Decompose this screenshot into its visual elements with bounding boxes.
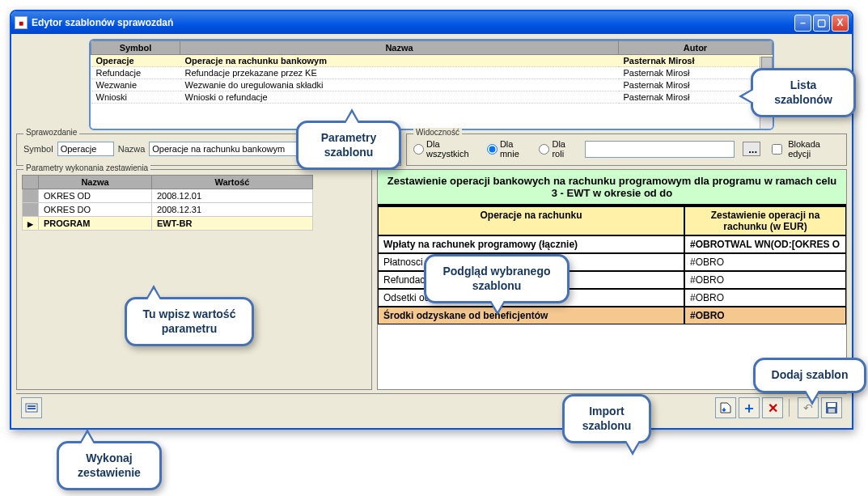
execute-report-button[interactable] <box>21 397 42 418</box>
param-name: OKRES OD <box>39 189 152 203</box>
preview-row-value: #OBRO <box>684 289 846 307</box>
preview-row-value: #OBRO <box>684 253 846 271</box>
col-param-nazwa[interactable]: Nazwa <box>39 176 152 189</box>
row-marker <box>23 189 39 203</box>
svg-rect-2 <box>28 408 36 409</box>
table-row[interactable]: OperacjeOperacje na rachunku bankowymPas… <box>91 55 773 67</box>
callout-podglad: Podgląd wybranego szablonu <box>424 254 569 303</box>
preview-head-left: Operacje na rachunku <box>378 206 684 235</box>
param-name: PROGRAM <box>39 217 152 231</box>
symbol-input[interactable] <box>57 142 114 156</box>
widocznosc-group: Widoczność Dla wszystkich Dla mnie Dla r… <box>406 134 847 166</box>
preview-row-value: #OBRO <box>684 271 846 289</box>
nazwa-label: Nazwa <box>118 144 146 154</box>
preview-row-label: Środki odzyskane od beneficjentów <box>378 307 684 324</box>
callout-wpisz: Tu wpisz wartość parametru <box>125 297 254 346</box>
callout-wykonaj: Wykonaj zestawienie <box>57 441 162 490</box>
callout-import: Import szablonu <box>562 394 651 443</box>
params-group: Parametry wykonania zestawienia Nazwa Wa… <box>16 169 372 390</box>
col-nazwa[interactable]: Nazwa <box>180 41 619 55</box>
window-title: Edytor szablonów sprawozdań <box>32 17 793 28</box>
callout-parametry: Parametry szablonu <box>296 121 401 170</box>
delete-template-button[interactable]: ✕ <box>762 397 783 418</box>
cell-autor: Pasternak Mirosł <box>619 67 773 79</box>
param-name: OKRES DO <box>39 203 152 217</box>
col-symbol[interactable]: Symbol <box>91 41 180 55</box>
app-icon: ■ <box>15 16 28 29</box>
cell-nazwa: Wnioski o refundacje <box>180 91 619 104</box>
table-row[interactable]: RefundacjeRefundacje przekazane przez KE… <box>91 67 773 79</box>
radio-role[interactable]: Dla roli <box>539 139 576 159</box>
params-table[interactable]: Nazwa Wartość OKRES OD2008.12.01OKRES DO… <box>22 175 313 231</box>
param-value[interactable]: 2008.12.31 <box>152 203 313 217</box>
symbol-label: Symbol <box>23 144 53 154</box>
preview-head-right: Zestawienie operacji na rachunku (w EUR) <box>684 206 846 235</box>
preview-row-label: Wpłaty na rachunek programowy (łącznie) <box>378 235 684 253</box>
add-template-button[interactable]: ＋ <box>739 397 760 418</box>
lock-edit-checkbox[interactable]: Blokada edycji <box>768 139 840 159</box>
col-autor[interactable]: Autor <box>619 41 773 55</box>
role-input[interactable] <box>585 141 735 158</box>
bottom-toolbar: ＋ ✕ ↶ <box>16 393 847 423</box>
callout-lista: Lista szablonów <box>751 68 856 117</box>
svg-rect-5 <box>828 409 835 413</box>
radio-all[interactable]: Dla wszystkich <box>413 139 479 159</box>
col-param-wartosc[interactable]: Wartość <box>152 176 313 189</box>
callout-dodaj: Dodaj szablon <box>753 358 866 393</box>
table-row[interactable]: PROGRAMEWT-BR <box>23 217 313 231</box>
cell-symbol: Operacje <box>91 55 180 67</box>
preview-title: Zestawienie operacji bankowych na rachun… <box>378 170 846 205</box>
svg-rect-1 <box>28 405 36 407</box>
cell-nazwa: Operacje na rachunku bankowym <box>180 55 619 67</box>
table-row[interactable]: OKRES DO2008.12.31 <box>23 203 313 217</box>
cell-nazwa: Wezwanie do uregulowania składki <box>180 79 619 91</box>
templates-list[interactable]: Symbol Nazwa Autor OperacjeOperacje na r… <box>89 39 774 130</box>
params-legend: Parametry wykonania zestawienia <box>23 163 150 172</box>
cell-symbol: Wnioski <box>91 91 180 104</box>
role-picker-button[interactable]: ... <box>743 142 760 156</box>
preview-row-value: #OBROTWAL WN(OD:[OKRES O <box>684 235 846 253</box>
cell-nazwa: Refundacje przekazane przez KE <box>180 67 619 79</box>
cell-symbol: Wezwanie <box>91 79 180 91</box>
table-row[interactable]: WnioskiWnioski o refundacjePasternak Mir… <box>91 91 773 104</box>
minimize-button[interactable]: – <box>794 15 811 32</box>
save-button[interactable] <box>821 397 842 418</box>
sprawozdanie-legend: Sprawozdanie <box>23 128 79 137</box>
window: ■ Edytor szablonów sprawozdań – ▢ X Symb… <box>10 10 853 430</box>
titlebar: ■ Edytor szablonów sprawozdań – ▢ X <box>11 11 852 34</box>
param-value[interactable]: EWT-BR <box>152 217 313 231</box>
svg-rect-4 <box>828 403 836 407</box>
cell-symbol: Refundacje <box>91 67 180 79</box>
widocznosc-legend: Widoczność <box>413 128 462 137</box>
row-marker <box>23 203 39 217</box>
maximize-button[interactable]: ▢ <box>813 15 830 32</box>
table-row[interactable]: OKRES OD2008.12.01 <box>23 189 313 203</box>
radio-me[interactable]: Dla mnie <box>487 139 531 159</box>
row-marker <box>23 217 39 231</box>
preview-row-value: #OBRO <box>684 307 846 324</box>
cell-autor: Pasternak Mirosł <box>619 55 773 67</box>
table-row[interactable]: WezwanieWezwanie do uregulowania składki… <box>91 79 773 91</box>
param-value[interactable]: 2008.12.01 <box>152 189 313 203</box>
close-button[interactable]: X <box>832 15 849 32</box>
import-template-button[interactable] <box>715 397 736 418</box>
